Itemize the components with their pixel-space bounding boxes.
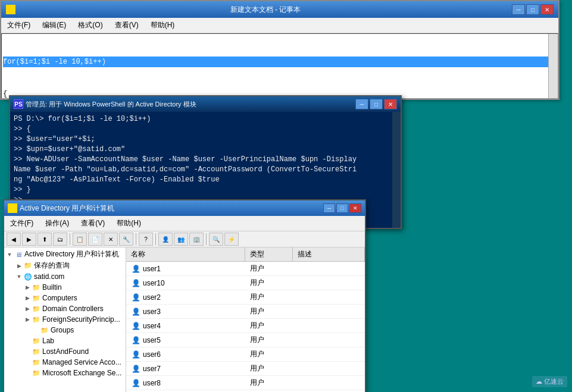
maximize-button[interactable]: □	[526, 4, 539, 15]
list-item[interactable]: 👤user6 用户	[126, 347, 365, 362]
row-type: 用户	[245, 277, 293, 289]
tree-saved-queries[interactable]: ▶ 📁 保存的查询	[4, 260, 126, 271]
lab-expander	[23, 337, 32, 345]
tree-fsp[interactable]: ▶ 📁 ForeignSecurityPrincip...	[4, 314, 126, 325]
msexch-expander	[23, 369, 32, 377]
list-header: 名称 类型 描述	[126, 247, 365, 262]
ps-maximize[interactable]: □	[370, 99, 383, 109]
tb-forward[interactable]: ▶	[22, 233, 36, 246]
ad-list[interactable]: 名称 类型 描述 👤user1 用户 👤user10 用户 👤user2 用户 …	[126, 247, 365, 392]
tb-sep1	[70, 233, 70, 245]
ad-menu-action[interactable]: 操作(A)	[42, 217, 73, 230]
ad-minimize[interactable]: ─	[323, 203, 335, 213]
col-name[interactable]: 名称	[126, 247, 245, 261]
ad-menu-file[interactable]: 文件(F)	[7, 217, 37, 230]
tb-filter[interactable]: 🔍	[209, 233, 223, 246]
tb-help[interactable]: ?	[139, 233, 153, 246]
dc-expander: ▶	[23, 305, 32, 313]
fsp-icon: 📁	[32, 315, 41, 324]
tb-group-new[interactable]: 👥	[174, 233, 188, 246]
tb-prop[interactable]: 🔧	[119, 233, 133, 246]
ad-tree[interactable]: ▼ 🖥 Active Directory 用户和计算机 ▶ 📁 保存的查询 ▼ …	[4, 247, 126, 392]
tb-back[interactable]: ◀	[7, 233, 21, 246]
tree-msa-label: Managed Service Acco...	[42, 358, 121, 366]
ad-menu-help[interactable]: 帮助(H)	[113, 217, 145, 230]
notepad-menubar: 文件(F) 编辑(E) 格式(O) 查看(V) 帮助(H)	[1, 18, 558, 33]
list-item[interactable]: 👤user7 用户	[126, 362, 365, 376]
tb-up[interactable]: ⬆	[37, 233, 52, 246]
row-type: 用户	[245, 262, 293, 275]
notepad-scrollbar[interactable]	[548, 34, 558, 98]
ps-line-1: PS D:\> for($i=1;$i -le 10;$i++)	[14, 114, 397, 124]
col-type[interactable]: 类型	[245, 247, 293, 261]
list-item[interactable]: 👤user1 用户	[126, 262, 365, 276]
user-icon: 👤	[131, 378, 140, 388]
notepad-editor[interactable]: for($i=1;$i -le 10,$i++) { $user="user"+…	[1, 33, 558, 99]
tree-lab[interactable]: 📁 Lab	[4, 335, 126, 346]
user-icon: 👤	[131, 278, 140, 288]
list-item[interactable]: 👤user10 用户	[126, 276, 365, 290]
root-domain-icon: 🖥	[14, 250, 23, 259]
tree-lostfound[interactable]: 📁 LostAndFound	[4, 346, 126, 357]
tb-ou-new[interactable]: 🏢	[189, 233, 204, 246]
row-desc	[293, 282, 365, 284]
user-icon: 👤	[131, 335, 140, 345]
ps-line-6: Name $user -Path "ou=Lab,dc=satid,dc=com…	[14, 165, 397, 175]
tb-sep3	[155, 233, 156, 245]
ad-menu-view[interactable]: 查看(V)	[77, 217, 108, 230]
row-type: 用户	[245, 348, 293, 360]
groups-expander	[32, 326, 40, 334]
list-item[interactable]: 👤user4 用户	[126, 319, 365, 333]
list-item[interactable]: 👤user2 用户	[126, 290, 365, 305]
tree-root-label: Active Directory 用户和计算机	[24, 249, 119, 259]
root-expander: ▼	[5, 250, 14, 259]
close-button[interactable]: ✕	[540, 4, 554, 15]
list-item[interactable]: 👤user8 用户	[126, 376, 365, 390]
row-type: 用户	[245, 291, 293, 303]
tree-dc[interactable]: ▶ 📁 Domain Controllers	[4, 303, 126, 314]
ps-close[interactable]: ✕	[384, 99, 397, 109]
notepad-title: 新建文本文档 - 记事本	[19, 5, 512, 15]
ad-toolbar: ◀ ▶ ⬆ 🗂 📋 📄 ✕ 🔧 ? 👤 👥 🏢 🔍 ⚡	[4, 231, 365, 247]
menu-format[interactable]: 格式(O)	[74, 19, 106, 32]
user-icon: 👤	[131, 264, 140, 274]
row-type: 用户	[245, 319, 293, 332]
ps-minimize[interactable]: ─	[355, 99, 368, 109]
ps-line-5: >> New-ADUser -SamAccountName $user -Nam…	[14, 155, 397, 165]
row-name: 👤user4	[126, 320, 245, 332]
tb-tree[interactable]: 🗂	[53, 233, 67, 246]
tb-filter2[interactable]: ⚡	[224, 233, 239, 246]
computers-icon: 📁	[32, 293, 41, 303]
list-item[interactable]: 👤user5 用户	[126, 333, 365, 347]
tree-fsp-label: ForeignSecurityPrincip...	[42, 315, 120, 324]
ad-maximize[interactable]: □	[336, 203, 348, 213]
lf-expander	[23, 347, 32, 356]
tree-msa[interactable]: 📁 Managed Service Acco...	[4, 357, 126, 368]
tree-root[interactable]: ▼ 🖥 Active Directory 用户和计算机	[4, 249, 126, 260]
menu-file[interactable]: 文件(F)	[4, 19, 34, 32]
tb-delete[interactable]: ✕	[104, 233, 118, 246]
ps-scrollbar[interactable]	[392, 112, 401, 228]
tree-satid[interactable]: ▼ 🌐 satid.com	[4, 271, 126, 282]
tb-user-new[interactable]: 👤	[158, 233, 173, 246]
ps-line-7: ng "Abc@123" -AsPlainText -Force) -Enabl…	[14, 175, 397, 185]
list-item[interactable]: 👤user3 用户	[126, 305, 365, 319]
tb-copy[interactable]: 📋	[73, 233, 87, 246]
tree-msexch[interactable]: 📁 Microsoft Exchange Se...	[4, 368, 126, 378]
menu-edit[interactable]: 编辑(E)	[39, 19, 70, 32]
tree-builtin[interactable]: ▶ 📁 Builtin	[4, 282, 126, 293]
row-desc	[293, 296, 365, 299]
notepad-titlebar: 新建文本文档 - 记事本 ─ □ ✕	[1, 1, 558, 18]
minimize-button[interactable]: ─	[512, 4, 525, 15]
tree-computers[interactable]: ▶ 📁 Computers	[4, 293, 126, 303]
ad-close[interactable]: ✕	[349, 203, 361, 213]
tree-builtin-label: Builtin	[42, 283, 62, 291]
dc-icon: 📁	[32, 304, 41, 313]
tree-groups[interactable]: 📁 Groups	[4, 325, 126, 335]
col-desc[interactable]: 描述	[293, 247, 365, 261]
menu-view[interactable]: 查看(V)	[111, 19, 142, 32]
ad-titlebar: Active Directory 用户和计算机 ─ □ ✕	[4, 200, 365, 216]
row-desc	[293, 311, 365, 313]
menu-help[interactable]: 帮助(H)	[147, 19, 179, 32]
tb-paste[interactable]: 📄	[88, 233, 102, 246]
